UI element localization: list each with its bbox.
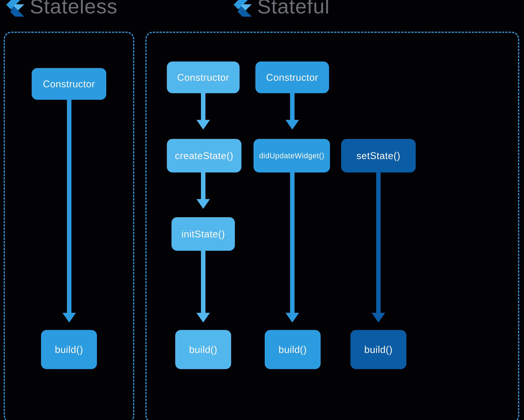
- node-sl-constructor: Constructor: [32, 68, 106, 100]
- node-sf-build-1: build(): [175, 330, 231, 369]
- node-sf-build-2: build(): [265, 330, 321, 369]
- node-sf-constructor-1: Constructor: [167, 61, 240, 93]
- arrow-sf-createstate-initstate: [196, 172, 210, 209]
- node-sf-initstate: initState(): [172, 217, 235, 251]
- arrow-sf-constructor1-createstate: [196, 93, 210, 130]
- node-sf-setstate: setState(): [341, 139, 416, 172]
- arrow-sl-constructor-build: [62, 100, 76, 323]
- node-sl-build: build(): [41, 330, 97, 369]
- title-stateless: Stateless: [30, 0, 117, 18]
- flutter-logo-icon: [231, 0, 252, 17]
- header-stateful: Stateful: [231, 0, 330, 18]
- header-stateless: Stateless: [4, 0, 117, 18]
- title-stateful: Stateful: [257, 0, 330, 18]
- flutter-logo-icon: [4, 0, 24, 17]
- node-sf-didupdate: didUpdateWidget(): [253, 139, 330, 172]
- arrow-sf-constructor2-didupdate: [286, 93, 299, 130]
- arrow-sf-didupdate-build2: [286, 172, 299, 323]
- arrow-sf-setstate-build3: [372, 172, 385, 323]
- diagram-stage: Stateless Stateful Constructor build() C…: [0, 0, 524, 420]
- node-sf-build-3: build(): [350, 330, 406, 369]
- arrow-sf-initstate-build1: [196, 251, 210, 323]
- node-sf-createstate: createState(): [167, 139, 241, 172]
- node-sf-constructor-2: Constructor: [255, 61, 329, 93]
